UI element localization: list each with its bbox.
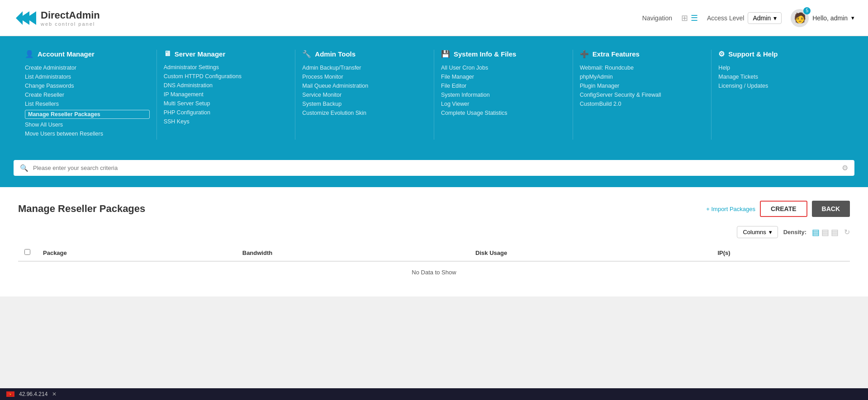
navigation-label: Navigation [642,14,672,22]
import-packages-link[interactable]: + Import Packages [706,206,755,212]
nav-section-extra-features: ➕Extra FeaturesWebmail: RoundcubephpMyAd… [573,50,712,140]
nav-item-file-manager[interactable]: File Manager [441,74,566,80]
nav-dropdown: 👤Account ManagerCreate AdministratorList… [0,36,868,153]
nav-item-admin-backup/transfer[interactable]: Admin Backup/Transfer [302,65,427,71]
grid-icon[interactable]: ⊞ [681,13,688,23]
nav-item-show-all-users[interactable]: Show All Users [25,122,150,128]
section-icon: ➕ [580,50,589,58]
nav-item-php-configuration[interactable]: PHP Configuration [164,109,289,116]
nav-item-custombuild-2.0[interactable]: CustomBuild 2.0 [580,101,705,107]
list-icon[interactable]: ☰ [691,13,698,23]
brand-name: DirectAdmin [41,9,100,21]
nav-item-configserver-security-&-firewall[interactable]: ConfigServer Security & Firewall [580,92,705,98]
chevron-down-icon: ▾ [773,14,777,22]
nav-item-phpmyadmin[interactable]: phpMyAdmin [580,74,705,80]
nav-item-mail-queue-administration[interactable]: Mail Queue Administration [302,83,427,89]
section-icon: 🔧 [302,50,311,58]
section-title: Extra Features [593,50,640,58]
nav-item-ssh-keys[interactable]: SSH Keys [164,118,289,125]
search-bar: 🔍 ⚙ [14,160,854,176]
density-spacious-icon[interactable]: ▤ [831,227,839,237]
nav-item-create-reseller[interactable]: Create Reseller [25,92,150,98]
nav-item-service-monitor[interactable]: Service Monitor [302,92,427,98]
search-bar-area: 🔍 ⚙ [0,153,868,187]
section-title: Support & Help [728,50,778,58]
action-buttons: + Import Packages CREATE BACK [706,201,850,217]
nav-item-system-information[interactable]: System Information [441,92,566,98]
nav-section-header-server-manager: 🖥Server Manager [164,50,289,58]
nav-section-account-manager: 👤Account ManagerCreate AdministratorList… [18,50,157,140]
svg-marker-0 [16,11,36,25]
refresh-icon[interactable]: ↻ [844,228,850,236]
user-chevron-icon: ▾ [851,14,854,21]
table-header-row: Package Bandwidth Disk Usage IP(s) [18,245,850,261]
header: DirectAdmin web control panel Navigation… [0,0,868,36]
nav-item-system-backup[interactable]: System Backup [302,101,427,107]
section-icon: 👤 [25,50,34,58]
nav-section-header-extra-features: ➕Extra Features [580,50,705,58]
nav-section-server-manager: 🖥Server ManagerAdministrator SettingsCus… [157,50,296,140]
nav-item-change-passwords[interactable]: Change Passwords [25,83,150,89]
nav-item-create-administrator[interactable]: Create Administrator [25,65,150,71]
hello-text: Hello, admin [812,14,848,22]
access-level-area: Access Level Admin ▾ [707,12,782,24]
nav-item-move-users-between-resellers[interactable]: Move Users between Resellers [25,131,150,137]
directadmin-logo-icon [14,7,36,29]
nav-item-plugin-manager[interactable]: Plugin Manager [580,83,705,89]
section-title: Admin Tools [315,50,356,58]
nav-item-ip-management[interactable]: IP Management [164,91,289,98]
access-value: Admin [753,14,771,22]
nav-item-list-resellers[interactable]: List Resellers [25,101,150,107]
nav-section-header-account-manager: 👤Account Manager [25,50,150,58]
nav-item-list-administrators[interactable]: List Administrators [25,74,150,80]
select-all-checkbox[interactable] [24,249,30,255]
nav-item-help[interactable]: Help [718,65,843,71]
table-row: No Data to Show [18,261,850,283]
table-header-package: Package [37,245,236,261]
nav-item-multi-server-setup[interactable]: Multi Server Setup [164,100,289,107]
nav-section-admin-tools: 🔧Admin ToolsAdmin Backup/TransferProcess… [295,50,434,140]
access-level-label: Access Level [707,14,744,22]
back-button[interactable]: BACK [812,201,850,217]
nav-item-dns-administration[interactable]: DNS Administration [164,82,289,89]
section-title: Account Manager [38,50,95,58]
brand-sub: web control panel [41,21,100,27]
nav-item-administrator-settings[interactable]: Administrator Settings [164,64,289,71]
table-header-bandwidth: Bandwidth [236,245,469,261]
no-data-message: No Data to Show [18,261,850,283]
access-level-dropdown[interactable]: Admin ▾ [748,12,782,24]
section-title: Server Manager [175,50,226,58]
table-head: Package Bandwidth Disk Usage IP(s) [18,245,850,261]
table-header-ips: IP(s) [711,245,850,261]
nav-item-all-user-cron-jobs[interactable]: All User Cron Jobs [441,65,566,71]
page-header: Manage Reseller Packages + Import Packag… [18,201,850,217]
table-header-diskusage: Disk Usage [469,245,711,261]
nav-item-log-viewer[interactable]: Log Viewer [441,101,566,107]
density-compact-icon[interactable]: ▤ [812,227,820,237]
search-settings-icon[interactable]: ⚙ [842,164,848,172]
table-header-checkbox-cell [18,245,37,261]
nav-item-file-editor[interactable]: File Editor [441,83,566,89]
nav-item-process-monitor[interactable]: Process Monitor [302,74,427,80]
columns-dropdown[interactable]: Columns ▾ [737,226,778,238]
search-icon: 🔍 [20,164,28,172]
search-input[interactable] [33,165,837,171]
nav-item-licensing-/-updates[interactable]: Licensing / Updates [718,83,843,89]
nav-item-webmail:-roundcube[interactable]: Webmail: Roundcube [580,65,705,71]
table-toolbar: Columns ▾ Density: ▤ ▤ ▤ ↻ [18,226,850,238]
nav-item-customize-evolution-skin[interactable]: Customize Evolution Skin [302,110,427,116]
nav-item-manage-reseller-packages[interactable]: Manage Reseller Packages [25,110,150,119]
create-button[interactable]: CREATE [760,201,807,217]
nav-item-custom-httpd-configurations[interactable]: Custom HTTPD Configurations [164,73,289,80]
nav-section-system-info: 💾System Info & FilesAll User Cron JobsFi… [434,50,573,140]
nav-section-header-support-help: ⚙Support & Help [718,50,843,58]
user-area[interactable]: 🧑 5 Hello, admin ▾ [791,9,854,27]
nav-item-complete-usage-statistics[interactable]: Complete Usage Statistics [441,110,566,116]
logo[interactable]: DirectAdmin web control panel [14,7,100,29]
nav-item-manage-tickets[interactable]: Manage Tickets [718,74,843,80]
avatar: 🧑 5 [791,9,809,27]
section-icon: 🖥 [164,50,171,58]
logo-text: DirectAdmin web control panel [41,9,100,27]
density-normal-icon[interactable]: ▤ [821,227,829,237]
section-title: System Info & Files [454,50,516,58]
